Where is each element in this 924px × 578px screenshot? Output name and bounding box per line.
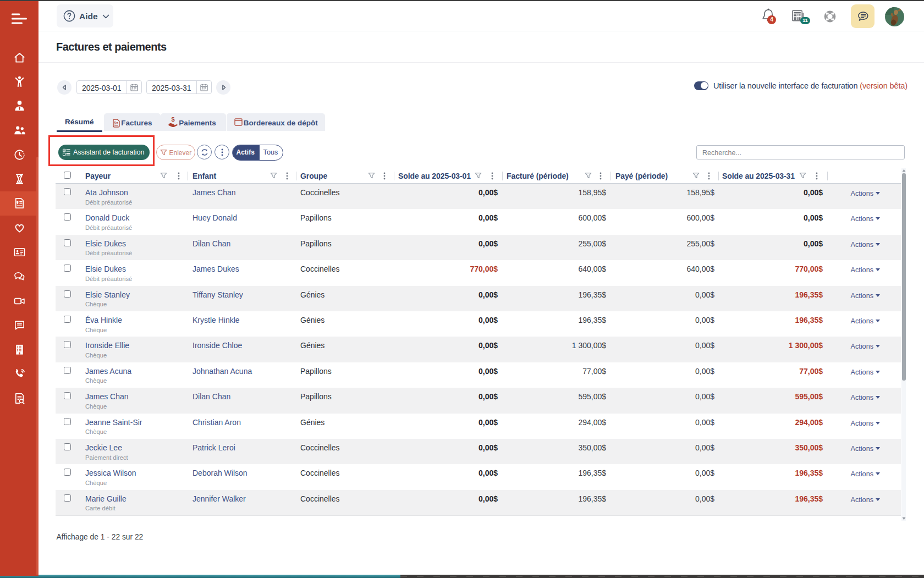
svg-text:$: $ [172,116,175,123]
svg-text:$: $ [114,121,116,125]
